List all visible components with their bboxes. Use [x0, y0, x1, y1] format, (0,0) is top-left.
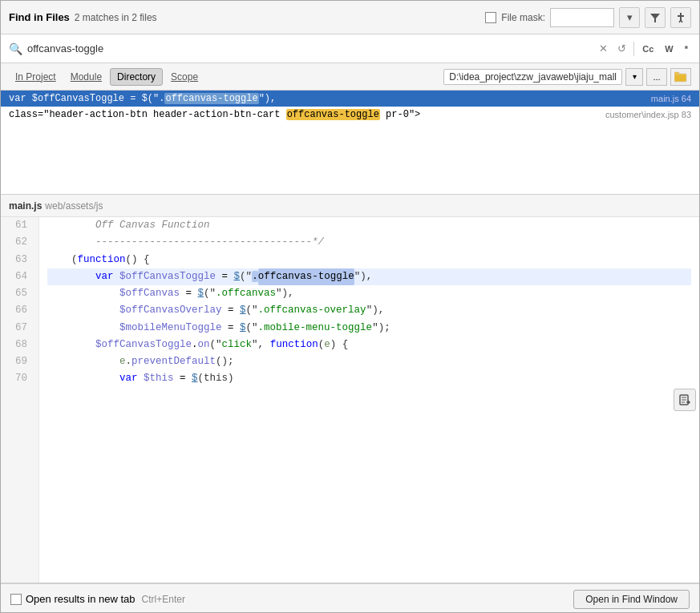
- code-filepath: web/assets/js: [45, 200, 103, 212]
- code-content[interactable]: Off Canvas Function --------------------…: [39, 217, 699, 583]
- code-line-62: ------------------------------------*/: [47, 234, 691, 251]
- scope-bar: In Project Module Directory Scope D:\ide…: [1, 63, 699, 91]
- new-tab-checkbox-wrap[interactable]: Open results in new tab: [10, 593, 136, 605]
- result-row[interactable]: class="header-action-btn header-action-b…: [1, 107, 699, 123]
- result-highlight-1: offcanvas-toggle: [164, 93, 258, 104]
- pin-icon-btn[interactable]: [670, 7, 691, 28]
- code-body[interactable]: 61 62 63 64 65 66 67 68 69 70 Off Canvas…: [1, 217, 699, 583]
- search-divider: [633, 42, 634, 56]
- search-input[interactable]: [27, 42, 592, 54]
- scroll-to-source-btn[interactable]: [674, 389, 696, 411]
- case-sensitive-button[interactable]: Cc: [639, 42, 657, 55]
- scope-path-dropdown[interactable]: ▾: [625, 68, 643, 86]
- code-line-69: e.preventDefault();: [47, 353, 691, 370]
- refresh-search-button[interactable]: ↺: [615, 42, 629, 54]
- scope-path-browse[interactable]: ...: [646, 68, 667, 86]
- shortcut-text: Ctrl+Enter: [142, 594, 185, 605]
- pin-icon: [675, 12, 686, 23]
- scope-path-text: D:\idea_project\zzw_javaweb\jiaju_mall: [443, 69, 622, 85]
- result-file-2: customer\index.jsp 83: [605, 110, 691, 119]
- result-code-2: class="header-action-btn header-action-b…: [9, 109, 597, 120]
- svg-line-4: [681, 20, 682, 22]
- dropdown-btn[interactable]: ▾: [619, 7, 640, 28]
- filter-icon: [649, 12, 661, 23]
- scroll-icon: [678, 393, 691, 406]
- tab-directory[interactable]: Directory: [110, 68, 163, 86]
- tab-module[interactable]: Module: [64, 69, 108, 85]
- file-mask-input[interactable]: [550, 8, 614, 27]
- line-numbers: 61 62 63 64 65 66 67 68 69 70: [1, 217, 39, 583]
- filter-icon-btn[interactable]: [645, 7, 666, 28]
- code-area: main.js web/assets/js 61 62 63 64 65 66 …: [1, 195, 699, 583]
- code-line-64: var $offCanvasToggle = $(".offcanvas-tog…: [47, 268, 691, 285]
- match-info: 2 matches in 2 files: [75, 12, 485, 23]
- svg-marker-0: [650, 14, 660, 22]
- code-filename: main.js: [9, 200, 42, 212]
- top-bar: Find in Files 2 matches in 2 files File …: [1, 1, 699, 34]
- result-code-1: var $offCanvasToggle = $(".offcanvas-tog…: [9, 93, 643, 104]
- code-line-63: (function() {: [47, 252, 691, 268]
- file-mask-checkbox[interactable]: [485, 12, 496, 23]
- svg-rect-7: [675, 75, 686, 81]
- new-tab-label: Open results in new tab: [26, 593, 136, 605]
- top-bar-right: File mask: ▾: [485, 7, 691, 28]
- search-icon: 🔍: [9, 42, 22, 55]
- clear-search-button[interactable]: ✕: [597, 42, 610, 54]
- regex-button[interactable]: *: [682, 42, 691, 55]
- file-mask-label: File mask:: [501, 12, 545, 23]
- dialog-title: Find in Files: [9, 11, 70, 23]
- code-line-61: Off Canvas Function: [47, 217, 691, 234]
- code-line-68: $offCanvasToggle.on("click", function(e)…: [47, 337, 691, 353]
- code-line-67: $mobileMenuToggle = $(".mobile-menu-togg…: [47, 320, 691, 337]
- open-in-find-window-button[interactable]: Open in Find Window: [573, 590, 690, 609]
- scope-path-folder-icon[interactable]: [670, 68, 691, 86]
- code-line-66: $offCanvasOverlay = $(".offcanvas-overla…: [47, 302, 691, 319]
- search-bar: 🔍 ✕ ↺ Cc W *: [1, 34, 699, 63]
- new-tab-checkbox[interactable]: [10, 594, 22, 605]
- code-header: main.js web/assets/js: [1, 195, 699, 217]
- scope-path: D:\idea_project\zzw_javaweb\jiaju_mall ▾…: [443, 68, 691, 86]
- results-area[interactable]: var $offCanvasToggle = $(".offcanvas-tog…: [1, 91, 699, 195]
- code-line-65: $offCanvas = $(".offcanvas"),: [47, 285, 691, 302]
- code-line-70: var $this = $(this): [47, 370, 691, 387]
- tab-scope[interactable]: Scope: [164, 69, 204, 85]
- whole-word-button[interactable]: W: [662, 42, 676, 55]
- result-file-1: main.js 64: [651, 94, 691, 103]
- result-row[interactable]: var $offCanvasToggle = $(".offcanvas-tog…: [1, 91, 699, 107]
- tab-in-project[interactable]: In Project: [9, 69, 63, 85]
- folder-icon: [674, 71, 687, 83]
- bottom-bar: Open results in new tab Ctrl+Enter Open …: [1, 583, 699, 613]
- svg-rect-6: [674, 72, 679, 75]
- result-highlight-2: offcanvas-toggle: [286, 109, 380, 120]
